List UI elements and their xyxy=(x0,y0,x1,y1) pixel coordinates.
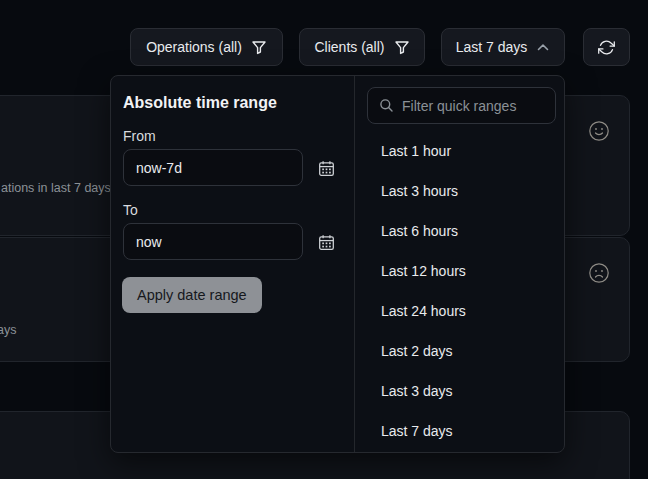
refresh-icon xyxy=(598,39,615,56)
filter-funnel-icon xyxy=(251,39,267,55)
time-range-dropdown-button[interactable]: Last 7 days xyxy=(441,28,565,66)
from-label: From xyxy=(123,128,156,144)
refresh-button[interactable] xyxy=(583,28,630,66)
quick-range-option[interactable]: Last 6 hours xyxy=(355,211,565,251)
chevron-up-icon xyxy=(536,41,550,53)
to-label: To xyxy=(123,202,138,218)
card-caption: ays xyxy=(0,323,16,337)
quick-range-option[interactable]: Last 2 days xyxy=(355,331,565,371)
operations-filter-label: Operations (all) xyxy=(146,39,242,55)
from-input[interactable] xyxy=(123,149,303,186)
quick-range-option[interactable]: Last 24 hours xyxy=(355,291,565,331)
frown-face-icon xyxy=(587,261,611,285)
absolute-range-title: Absolute time range xyxy=(123,94,277,112)
clients-filter-label: Clients (all) xyxy=(314,39,384,55)
card-caption: ations in last 7 days xyxy=(1,181,111,195)
filter-quick-ranges-input[interactable] xyxy=(367,87,556,124)
quick-range-option[interactable]: Last 3 hours xyxy=(355,171,565,211)
quick-range-option[interactable]: Last 7 days xyxy=(355,411,565,451)
operations-filter-button[interactable]: Operations (all) xyxy=(130,28,283,66)
clients-filter-button[interactable]: Clients (all) xyxy=(299,28,425,66)
smiley-face-icon xyxy=(587,119,611,143)
calendar-icon xyxy=(318,160,335,177)
calendar-icon xyxy=(318,234,335,251)
to-input[interactable] xyxy=(123,223,303,260)
quick-range-option[interactable]: Last 1 hour xyxy=(355,131,565,171)
to-calendar-button[interactable] xyxy=(316,232,336,252)
from-calendar-button[interactable] xyxy=(316,158,336,178)
quick-ranges-list: Last 1 hourLast 3 hoursLast 6 hoursLast … xyxy=(355,131,565,451)
quick-range-option[interactable]: Last 12 hours xyxy=(355,251,565,291)
filter-funnel-icon xyxy=(394,39,410,55)
quick-range-search xyxy=(367,87,556,124)
time-range-label: Last 7 days xyxy=(456,39,528,55)
time-range-picker-panel: Absolute time range From To Apply xyxy=(110,75,565,453)
apply-date-range-button[interactable]: Apply date range xyxy=(122,277,262,313)
quick-range-option[interactable]: Last 3 days xyxy=(355,371,565,411)
